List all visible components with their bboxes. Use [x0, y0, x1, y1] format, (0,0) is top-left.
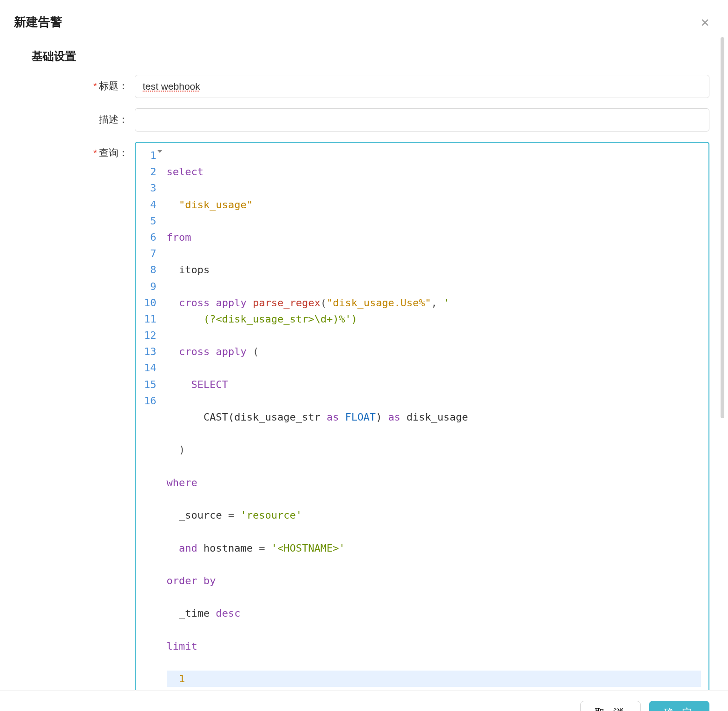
row-query: *查询： 1 2 3 4 5 6 7 8 9 10 11	[19, 142, 709, 690]
cancel-button[interactable]: 取 消	[580, 701, 641, 711]
description-input[interactable]	[135, 108, 709, 132]
title-input[interactable]	[135, 75, 709, 98]
new-alert-modal: 新建告警 × 基础设置 *标题： 描述： *查询：	[0, 0, 728, 711]
row-description: 描述：	[19, 108, 709, 132]
required-marker: *	[93, 80, 97, 91]
modal-body: 基础设置 *标题： 描述： *查询： 1	[0, 40, 728, 690]
required-marker: *	[93, 147, 97, 158]
section-basic-title: 基础设置	[32, 49, 709, 64]
label-title: *标题：	[19, 75, 135, 92]
row-title: *标题：	[19, 75, 709, 98]
modal-footer: 取 消 确 定	[0, 690, 728, 711]
scrollbar[interactable]	[721, 37, 724, 418]
label-query: *查询：	[19, 142, 135, 159]
fold-icon[interactable]	[157, 150, 162, 153]
query-editor[interactable]: 1 2 3 4 5 6 7 8 9 10 11 12 13 14	[135, 142, 709, 690]
confirm-button[interactable]: 确 定	[649, 701, 709, 711]
editor-gutter: 1 2 3 4 5 6 7 8 9 10 11 12 13 14	[136, 143, 164, 690]
editor-content[interactable]: select "disk_usage" from itops cross app…	[164, 143, 709, 690]
close-icon[interactable]: ×	[701, 15, 709, 30]
label-description: 描述：	[19, 108, 135, 126]
modal-header: 新建告警 ×	[0, 0, 728, 40]
modal-title: 新建告警	[14, 14, 62, 30]
